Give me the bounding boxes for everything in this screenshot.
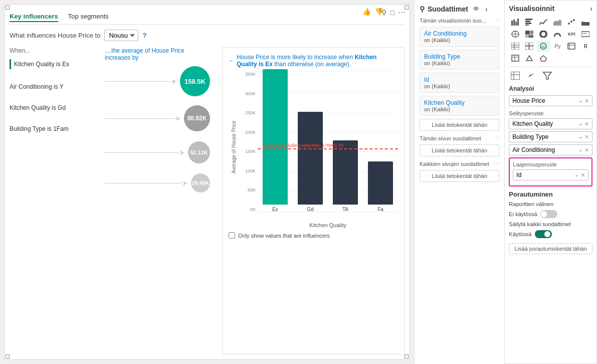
viz-icon-card[interactable] bbox=[579, 29, 592, 40]
tab-bar: Key influencers Top segments bbox=[10, 12, 405, 25]
influencers-only-checkbox[interactable] bbox=[229, 232, 235, 239]
filter-card-kitchen[interactable]: Kitchen Quality on (Kaikki) bbox=[420, 96, 499, 116]
tab-top-segments[interactable]: Top segments bbox=[68, 12, 109, 22]
bubble-1[interactable]: 158.5K bbox=[180, 66, 210, 96]
analytics-paint-icon[interactable] bbox=[525, 70, 538, 81]
viz-icon-scatter[interactable] bbox=[565, 17, 578, 28]
svg-marker-40 bbox=[540, 56, 546, 61]
more-icon[interactable]: ⋯ bbox=[399, 9, 406, 17]
avg-header: ....the average of House Price increases… bbox=[105, 47, 210, 61]
this-viz-dots[interactable]: ⋯ bbox=[494, 17, 499, 24]
analysoi-title: Analysoi bbox=[509, 85, 592, 92]
laajennusperuste-chevron: ⌄ bbox=[574, 172, 578, 178]
viz-icon-matrix[interactable] bbox=[523, 41, 536, 52]
influencer-item-1[interactable]: Kitchen Quality is Ex bbox=[10, 59, 100, 69]
building-chevron: ⌄ bbox=[578, 134, 582, 140]
tab-key-influencers[interactable]: Key influencers bbox=[10, 12, 58, 22]
help-icon[interactable]: ? bbox=[142, 32, 146, 39]
laajennusperuste-dropdown[interactable]: Id ⌄ ✕ bbox=[513, 169, 588, 180]
viz-icon-table[interactable] bbox=[509, 41, 522, 52]
svg-rect-6 bbox=[525, 23, 531, 24]
viz-icon-ai-insight[interactable]: AI bbox=[537, 41, 550, 52]
viz-icon-donut[interactable] bbox=[537, 29, 550, 40]
bubble-3[interactable]: 52.11K bbox=[188, 141, 210, 163]
add-field-this-viz[interactable]: Lisää tietokentät tähän bbox=[420, 119, 499, 131]
svg-rect-16 bbox=[525, 31, 530, 35]
svg-rect-31 bbox=[529, 46, 533, 50]
selitysperuste-aircon[interactable]: Air Conditioning ⌄ ✕ bbox=[509, 144, 592, 155]
viz-settings-nav-arrow[interactable]: › bbox=[590, 5, 592, 13]
bar-gd[interactable]: Gd bbox=[298, 112, 323, 212]
viz-icon-map[interactable] bbox=[509, 29, 522, 40]
add-field-all-pages[interactable]: Lisää tietokentät tähän bbox=[420, 170, 499, 182]
thumb-down-icon[interactable]: 👎 bbox=[375, 8, 383, 16]
viz-icon-custom2[interactable] bbox=[565, 41, 578, 52]
x-axis-title: Kitchen Quality bbox=[258, 222, 398, 228]
filter-eye-icon[interactable]: 👁 bbox=[473, 6, 479, 13]
analytics-icons bbox=[509, 70, 592, 81]
viz-icon-format2[interactable] bbox=[523, 53, 536, 64]
viz-icon-area[interactable] bbox=[551, 17, 564, 28]
viz-settings-title: Visualisoinnit › bbox=[509, 5, 592, 13]
chart-back-btn[interactable]: ← House Price is more likely to increase… bbox=[229, 54, 398, 68]
laajennusperuste-x[interactable]: ✕ bbox=[580, 172, 585, 178]
viz-icon-bar2[interactable] bbox=[523, 17, 536, 28]
add-field-this-page[interactable]: Lisää tietokentät tähän bbox=[420, 144, 499, 156]
analytics-table-icon[interactable] bbox=[509, 70, 522, 81]
filter-panel: ⚲ Suodattimet 👁 › Tämän visualisoinnin s… bbox=[414, 0, 504, 364]
y-axis-labels: 350K 300K 250K 200K 150K 100K 50K 0K bbox=[239, 72, 258, 212]
viz-icon-treemap[interactable] bbox=[523, 29, 536, 40]
filter-card-id[interactable]: Id on (Kaikki) bbox=[420, 73, 499, 93]
filter-card-aircon[interactable]: Air Conditioning on (Kaikki) bbox=[420, 27, 499, 47]
influences-dropdown[interactable]: Nousu bbox=[104, 30, 138, 41]
corner-handle-tl[interactable] bbox=[6, 6, 10, 10]
raporttien-toggle[interactable] bbox=[540, 210, 557, 218]
viz-icon-bar[interactable] bbox=[509, 17, 522, 28]
kitchen-x[interactable]: ✕ bbox=[584, 121, 589, 127]
lisaa-porautuminen-btn[interactable]: Lisää porautumiskentät tähän bbox=[509, 243, 592, 254]
porautuminen-title: Porautuminen bbox=[509, 191, 592, 198]
corner-handle-bl[interactable] bbox=[6, 354, 10, 358]
analysoi-x[interactable]: ✕ bbox=[584, 98, 589, 104]
corner-handle-br[interactable] bbox=[405, 354, 409, 358]
viz-icon-format1[interactable] bbox=[509, 53, 522, 64]
sailyta-toggle[interactable] bbox=[535, 230, 552, 238]
viz-settings-panel: Visualisoinnit › bbox=[504, 0, 597, 364]
viz-icon-r[interactable]: R bbox=[579, 41, 592, 52]
influences-label: What influences House Price to bbox=[10, 32, 100, 39]
selitysperuste-building[interactable]: Building Type ⌄ ✕ bbox=[509, 131, 592, 142]
all-pages-dots[interactable]: ⋯ bbox=[494, 160, 499, 167]
svg-rect-22 bbox=[581, 32, 589, 37]
viz-icon-line[interactable] bbox=[537, 17, 550, 28]
influencer-item-3[interactable]: Kitchen Quality is Gd bbox=[10, 104, 100, 111]
focus-icon[interactable]: □ bbox=[390, 9, 394, 17]
svg-rect-34 bbox=[568, 43, 575, 49]
this-page-dots[interactable]: ⋯ bbox=[494, 135, 499, 141]
viz-icon-format3[interactable] bbox=[537, 53, 550, 64]
viz-icon-kpi[interactable]: KPI bbox=[565, 29, 578, 40]
filter-nav-arrow[interactable]: › bbox=[485, 5, 488, 13]
influencer-label-2: Air Conditioning is Y bbox=[10, 83, 64, 90]
avg-label: Average (including selected): 170065.79 bbox=[263, 143, 343, 148]
thumb-up-icon[interactable]: 👍 bbox=[362, 8, 371, 16]
svg-rect-7 bbox=[525, 25, 529, 26]
viz-icon-pie[interactable] bbox=[579, 17, 592, 28]
filter-card-building[interactable]: Building Type on (Kaikki) bbox=[420, 50, 499, 70]
viz-toolbar: ⚲ □ ⋯ bbox=[381, 9, 406, 17]
bubble-4[interactable]: 29.46K bbox=[191, 173, 210, 193]
viz-icon-custom1[interactable]: Py bbox=[551, 41, 564, 52]
bar-fa[interactable]: Fa bbox=[368, 161, 393, 212]
bar-ta[interactable]: TA bbox=[333, 140, 358, 212]
viz-icon-gauge[interactable] bbox=[551, 29, 564, 40]
influencer-item-4[interactable]: Building Type is 1Fam bbox=[10, 125, 100, 132]
bar-ex[interactable]: Ex bbox=[263, 69, 288, 212]
building-x[interactable]: ✕ bbox=[584, 134, 589, 140]
svg-point-10 bbox=[570, 21, 572, 23]
influencer-item-2[interactable]: Air Conditioning is Y bbox=[10, 83, 100, 90]
analysoi-chevron: ⌄ bbox=[578, 98, 582, 104]
aircon-x[interactable]: ✕ bbox=[584, 147, 589, 153]
analysoi-dropdown[interactable]: House Price ⌄ ✕ bbox=[509, 95, 592, 106]
bubble-2[interactable]: 80.92K bbox=[184, 105, 210, 131]
analytics-filter-icon[interactable] bbox=[541, 70, 554, 81]
selitysperuste-kitchen[interactable]: Kitchen Quality ⌄ ✕ bbox=[509, 118, 592, 129]
